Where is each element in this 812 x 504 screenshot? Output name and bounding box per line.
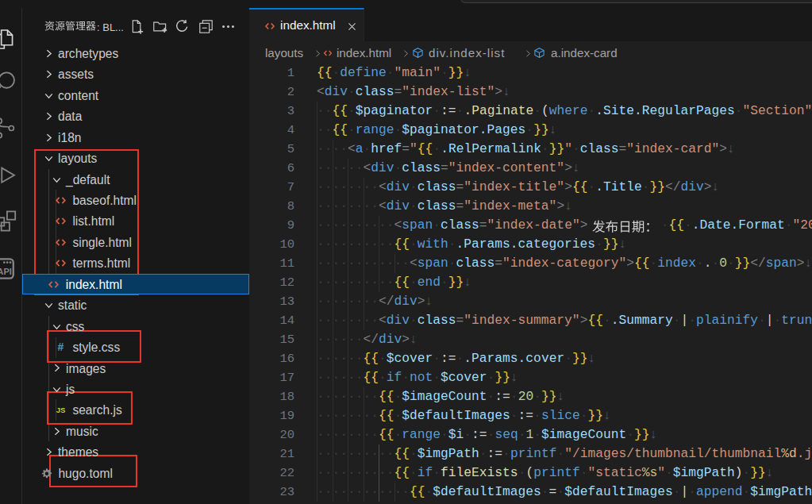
svg-text:API: API [0, 267, 11, 276]
